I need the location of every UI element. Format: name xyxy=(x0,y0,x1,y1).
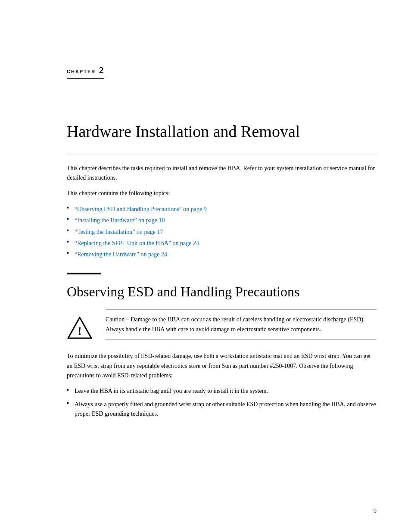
page-number: 9 xyxy=(374,508,377,515)
chapter-title: Hardware Installation and Removal xyxy=(67,122,377,142)
list-item: Leave the HBA in its antistatic bag unti… xyxy=(67,386,377,396)
list-item: “Removing the Hardware” on page 24 xyxy=(67,250,377,259)
svg-text:!: ! xyxy=(78,324,81,338)
topic-link-1[interactable]: “Observing ESD and Handling Precautions”… xyxy=(75,206,207,212)
section-divider-bar xyxy=(67,273,101,274)
section-title: Observing ESD and Handling Precautions xyxy=(67,283,377,301)
list-item: “Testing the Installation” on page 17 xyxy=(67,227,377,237)
page: Chapter 2 Hardware Installation and Remo… xyxy=(0,0,411,532)
intro-paragraph-1: This chapter describes the tasks require… xyxy=(67,164,377,183)
caution-text: Caution – Damage to the HBA can occur as… xyxy=(106,309,377,340)
chapter-divider xyxy=(67,155,377,155)
chapter-label-area: Chapter 2 xyxy=(67,65,104,79)
topic-link-4[interactable]: “Replacing the SFP+ Unit on the HBA” on … xyxy=(75,240,199,246)
caution-icon-col: ! xyxy=(67,309,106,343)
list-item: “Replacing the SFP+ Unit on the HBA” on … xyxy=(67,239,377,248)
caution-box: ! Caution – Damage to the HBA can occur … xyxy=(67,309,377,343)
topic-link-3[interactable]: “Testing the Installation” on page 17 xyxy=(75,229,163,235)
warning-triangle-icon: ! xyxy=(67,315,93,341)
list-item: “Observing ESD and Handling Precautions”… xyxy=(67,205,377,214)
topic-link-5[interactable]: “Removing the Hardware” on page 24 xyxy=(75,251,167,258)
esd-bullet-list: Leave the HBA in its antistatic bag unti… xyxy=(67,386,377,419)
caution-icon: ! xyxy=(67,315,93,343)
caution-label: Caution – xyxy=(106,316,129,323)
chapter-label: Chapter xyxy=(67,69,96,74)
intro-paragraph-2: This chapter contains the following topi… xyxy=(67,189,377,198)
topics-list: “Observing ESD and Handling Precautions”… xyxy=(67,205,377,260)
chapter-number: 2 xyxy=(99,65,104,75)
content-area: Chapter 2 Hardware Installation and Remo… xyxy=(67,0,377,419)
esd-paragraph: To minimize the possibility of ESD-relat… xyxy=(67,352,377,380)
topic-link-2[interactable]: “Installing the Hardware” on page 10 xyxy=(75,217,165,224)
caution-body: Damage to the HBA can occur as the resul… xyxy=(106,316,365,332)
list-item: “Installing the Hardware” on page 10 xyxy=(67,216,377,225)
list-item: Always use a properly fitted and grounde… xyxy=(67,400,377,419)
